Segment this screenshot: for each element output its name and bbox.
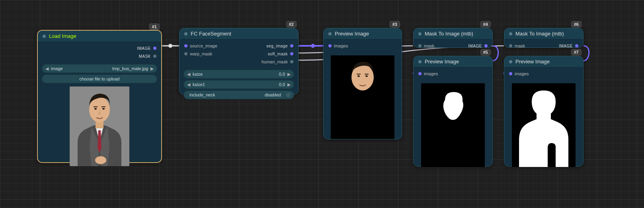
svg-rect-8 xyxy=(101,106,105,107)
node-titlebar[interactable]: FC FaceSegment xyxy=(180,28,298,39)
collapse-dot-icon[interactable] xyxy=(328,32,332,35)
collapse-dot-icon[interactable] xyxy=(184,32,187,35)
node-title: FC FaceSegment xyxy=(191,31,231,37)
collapse-dot-icon[interactable] xyxy=(509,32,512,35)
node-titlebar[interactable]: Load Image xyxy=(38,31,161,42)
svg-point-13 xyxy=(365,75,368,77)
node-fc-facesegment[interactable]: #2 FC FaceSegment source_image seg_image… xyxy=(179,28,299,95)
node-badge: #6 xyxy=(571,21,582,27)
include-neck-toggle[interactable]: include_neck disabled xyxy=(183,90,294,99)
node-preview-image-1[interactable]: #3 Preview Image images xyxy=(323,28,402,139)
upload-button[interactable]: choose file to upload xyxy=(42,75,157,83)
node-badge: #5 xyxy=(480,49,491,55)
image-selector[interactable]: ◀ image tmp_bus_male.jpg ▶ xyxy=(42,64,157,73)
toggle-off-icon xyxy=(286,92,291,97)
preview-seg-image xyxy=(328,55,398,139)
node-title: Mask To Image (mtb) xyxy=(425,31,473,37)
output-slot-image[interactable]: IMAGE xyxy=(468,42,488,50)
output-slot-mask[interactable]: MASK xyxy=(38,52,161,60)
port-icon xyxy=(153,55,156,58)
chevron-left-icon[interactable]: ◀ xyxy=(187,82,190,87)
node-title: Preview Image xyxy=(335,31,369,37)
chevron-left-icon[interactable]: ◀ xyxy=(187,72,190,77)
port-icon xyxy=(418,72,422,75)
node-preview-image-2[interactable]: #5 Preview Image images xyxy=(413,56,493,167)
port-icon xyxy=(290,52,293,55)
svg-rect-15 xyxy=(365,74,369,75)
preview-soft-mask xyxy=(418,83,488,167)
node-titlebar[interactable]: Preview Image xyxy=(414,56,492,67)
port-icon xyxy=(509,44,512,47)
node-badge: #1 xyxy=(149,24,160,30)
widget-value: tmp_bus_male.jpg xyxy=(112,66,148,71)
node-title: Preview Image xyxy=(425,59,459,65)
port-icon xyxy=(290,44,293,47)
ksize-field[interactable]: ◀ ksize 0.0 ▶ xyxy=(183,70,294,78)
port-icon xyxy=(484,44,488,47)
input-slot-images[interactable]: images xyxy=(414,70,492,78)
port-icon xyxy=(153,47,156,50)
node-load-image[interactable]: #1 Load Image IMAGE MASK ◀ image tmp_bus… xyxy=(37,30,162,163)
preview-human-mask xyxy=(508,83,579,167)
node-titlebar[interactable]: Preview Image xyxy=(504,56,583,67)
output-slot-soft-mask[interactable]: soft_mask xyxy=(268,50,293,58)
svg-point-12 xyxy=(357,75,360,77)
chevron-right-icon[interactable]: ▶ xyxy=(287,82,291,87)
node-badge: #3 xyxy=(390,21,400,27)
port-icon xyxy=(509,72,512,75)
port-icon xyxy=(328,44,332,47)
chevron-left-icon[interactable]: ◀ xyxy=(45,66,49,71)
collapse-dot-icon[interactable] xyxy=(509,60,512,63)
node-mask-to-image-1[interactable]: #4 Mask To Image (mtb) mask IMAGE xyxy=(413,28,493,48)
widget-label: image xyxy=(51,66,63,71)
ksize1-field[interactable]: ◀ ksize1 0.0 ▶ xyxy=(183,80,294,89)
svg-point-6 xyxy=(102,108,105,110)
svg-point-9 xyxy=(95,156,106,164)
node-badge: #4 xyxy=(480,21,491,27)
collapse-dot-icon[interactable] xyxy=(43,35,46,38)
image-preview xyxy=(42,86,157,166)
node-badge: #2 xyxy=(286,21,297,27)
collapse-dot-icon[interactable] xyxy=(418,60,422,63)
output-slot-seg-image[interactable]: seg_image xyxy=(267,42,293,50)
port-icon xyxy=(575,44,578,47)
output-slot-image[interactable]: IMAGE xyxy=(38,44,161,52)
collapse-dot-icon[interactable] xyxy=(418,32,422,35)
port-icon xyxy=(184,52,187,55)
node-title: Preview Image xyxy=(515,59,550,65)
svg-rect-7 xyxy=(94,106,98,107)
svg-point-5 xyxy=(94,108,97,110)
node-titlebar[interactable]: Preview Image xyxy=(324,28,402,39)
input-slot-images[interactable]: images xyxy=(324,42,402,50)
chevron-right-icon[interactable]: ▶ xyxy=(150,66,154,71)
node-titlebar[interactable]: Mask To Image (mtb) xyxy=(504,28,583,39)
output-slot-image[interactable]: IMAGE xyxy=(559,42,578,50)
input-slot-images[interactable]: images xyxy=(504,70,583,78)
port-icon xyxy=(290,60,293,63)
node-preview-image-3[interactable]: #7 Preview Image images xyxy=(504,56,584,167)
node-badge: #7 xyxy=(571,49,582,55)
port-icon xyxy=(184,44,187,47)
node-mask-to-image-2[interactable]: #6 Mask To Image (mtb) mask IMAGE xyxy=(504,28,584,48)
chevron-right-icon[interactable]: ▶ xyxy=(287,72,291,77)
output-slot-human-mask[interactable]: human_mask xyxy=(180,58,298,66)
port-icon xyxy=(418,44,422,47)
node-title: Load Image xyxy=(49,33,76,39)
node-title: Mask To Image (mtb) xyxy=(515,31,564,37)
svg-rect-14 xyxy=(357,74,361,75)
node-titlebar[interactable]: Mask To Image (mtb) xyxy=(414,28,492,39)
